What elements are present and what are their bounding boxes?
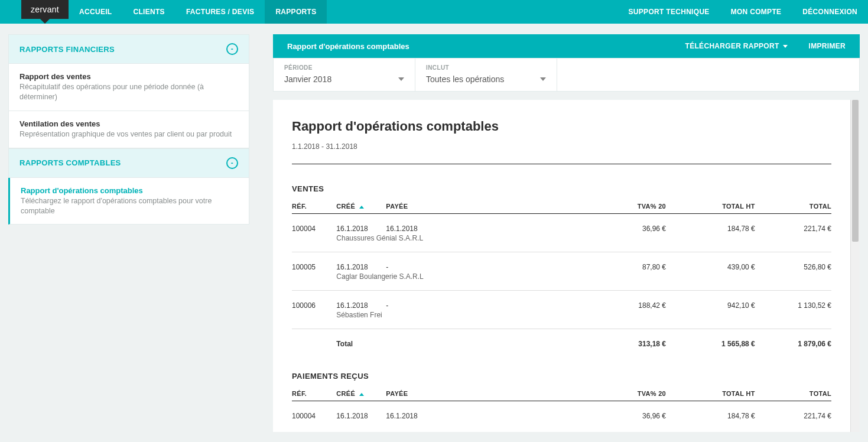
sales-table: RÉF. CRÉÉ PAYÉE TVA% 20 TOTAL HT TOTAL [292,203,831,348]
cell-client: Chaussures Génial S.A.R.L [336,233,831,252]
th-cree[interactable]: CRÉÉ [336,203,386,214]
th-ht[interactable]: TOTAL HT [666,390,755,401]
collapse-icon[interactable]: - [226,43,238,55]
th-cree-label: CRÉÉ [336,390,355,397]
chevron-down-icon [783,45,788,48]
brand-logo[interactable]: zervant [21,0,69,19]
cell-tva: 36,96 € [577,401,666,421]
nav-logout[interactable]: DÉCONNEXION [792,0,868,24]
th-ht[interactable]: TOTAL HT [666,203,755,214]
scroll-thumb[interactable] [852,100,859,242]
scroll-down-icon[interactable] [853,426,857,431]
th-total[interactable]: TOTAL [755,390,831,401]
sidebar-item-desc: Téléchargez le rapport d'opérations comp… [21,196,238,216]
payments-table: RÉF. CRÉÉ PAYÉE TVA% 20 TOTAL HT TOTAL [292,390,831,420]
cell-total: 221,74 € [755,214,831,233]
nav-rapports[interactable]: RAPPORTS [265,0,327,24]
th-ref[interactable]: RÉF. [292,390,336,401]
nav-clients[interactable]: CLIENTS [122,0,175,24]
nav-left: ACCUEIL CLIENTS FACTURES / DEVIS RAPPORT… [69,0,327,24]
sidebar-item-title: Rapport des ventes [19,72,238,81]
cell-ref: 100004 [292,401,336,421]
sort-asc-icon [359,393,364,396]
th-cree-label: CRÉÉ [336,203,355,210]
download-label: TÉLÉCHARGER RAPPORT [685,42,779,50]
cell-total: 1 130,52 € [755,291,831,310]
cell-total: 221,74 € [755,401,831,421]
sidebar-heading-financiers[interactable]: RAPPORTS FINANCIERS - [8,34,249,64]
sidebar-item-ventilation[interactable]: Ventilation des ventes Représentation gr… [8,111,249,148]
cell-client: Sébastien Frei [336,310,831,329]
cell-cree: 16.1.2018 [336,214,386,233]
table-row: 100006 16.1.2018 - 188,42 € 942,10 € 1 1… [292,291,831,310]
sidebar-item-operations[interactable]: Rapport d'opérations comptables Téléchar… [8,178,249,225]
sort-asc-icon [359,206,364,209]
th-tva[interactable]: TVA% 20 [577,203,666,214]
cell-tva: 36,96 € [577,214,666,233]
cell-cree: 16.1.2018 [336,291,386,310]
filters-bar: PÉRIODE Janvier 2018 INCLUT Toutes les o… [273,58,860,92]
cell-total: 526,80 € [755,252,831,272]
chevron-down-icon [398,77,404,81]
table-row-client: Caglar Boulangerie S.A.R.L [292,271,831,291]
divider [292,164,831,164]
filter-period[interactable]: PÉRIODE Janvier 2018 [274,58,415,91]
scrollbar[interactable] [850,100,860,432]
total-label: Total [336,329,577,349]
th-payee[interactable]: PAYÉE [386,390,577,401]
chevron-down-icon [540,77,546,81]
total-ht: 1 565,88 € [666,329,755,349]
report-date-range: 1.1.2018 - 31.1.2018 [292,142,831,151]
collapse-icon[interactable]: - [226,157,238,169]
th-ref[interactable]: RÉF. [292,203,336,214]
print-button[interactable]: IMPRIMER [809,42,846,50]
sidebar-item-title: Ventilation des ventes [19,119,238,128]
total-total: 1 879,06 € [755,329,831,349]
report-title: Rapport d'opérations comptables [292,119,831,134]
section-heading-payments: PAIEMENTS REÇUS [292,372,831,381]
total-tva: 313,18 € [577,329,666,349]
cell-ht: 184,78 € [666,401,755,421]
sidebar-heading-comptables[interactable]: RAPPORTS COMPTABLES - [8,148,249,178]
nav-accueil[interactable]: ACCUEIL [69,0,122,24]
cell-payee: 16.1.2018 [386,214,577,233]
download-report-button[interactable]: TÉLÉCHARGER RAPPORT [685,42,788,50]
sidebar-heading-label: RAPPORTS FINANCIERS [19,45,115,54]
table-row: 100004 16.1.2018 16.1.2018 36,96 € 184,7… [292,401,831,421]
filter-label: PÉRIODE [284,64,404,71]
report-toolbar: Rapport d'opérations comptables TÉLÉCHAR… [273,34,860,58]
th-tva[interactable]: TVA% 20 [577,390,666,401]
sidebar-item-desc: Récapitulatif des opérations pour une pé… [19,82,238,102]
th-total[interactable]: TOTAL [755,203,831,214]
filter-label: INCLUT [426,64,546,71]
cell-tva: 188,42 € [577,291,666,310]
cell-client: Caglar Boulangerie S.A.R.L [336,271,831,291]
main: Rapport d'opérations comptables TÉLÉCHAR… [273,34,860,432]
nav-account[interactable]: MON COMPTE [720,0,792,24]
nav-support[interactable]: SUPPORT TECHNIQUE [618,0,720,24]
cell-payee: - [386,291,577,310]
toolbar-title: Rapport d'opérations comptables [287,42,409,51]
table-row: 100005 16.1.2018 - 87,80 € 439,00 € 526,… [292,252,831,272]
sidebar-item-ventes[interactable]: Rapport des ventes Récapitulatif des opé… [8,64,249,111]
table-row-client: Chaussures Génial S.A.R.L [292,233,831,252]
cell-tva: 87,80 € [577,252,666,272]
th-payee[interactable]: PAYÉE [386,203,577,214]
th-cree[interactable]: CRÉÉ [336,390,386,401]
top-nav: zervant ACCUEIL CLIENTS FACTURES / DEVIS… [0,0,868,24]
cell-payee: 16.1.2018 [386,401,577,421]
table-total-row: Total 313,18 € 1 565,88 € 1 879,06 € [292,329,831,349]
cell-ref: 100006 [292,291,336,310]
nav-right: SUPPORT TECHNIQUE MON COMPTE DÉCONNEXION [618,0,868,24]
cell-cree: 16.1.2018 [336,401,386,421]
sidebar-item-title: Rapport d'opérations comptables [21,186,238,195]
cell-ref: 100005 [292,252,336,272]
report-body: Rapport d'opérations comptables 1.1.2018… [273,100,850,432]
nav-factures[interactable]: FACTURES / DEVIS [175,0,265,24]
cell-cree: 16.1.2018 [336,252,386,272]
sidebar-item-desc: Représentation graphique de vos ventes p… [19,129,238,139]
cell-ht: 184,78 € [666,214,755,233]
table-row: 100004 16.1.2018 16.1.2018 36,96 € 184,7… [292,214,831,233]
filter-include[interactable]: INCLUT Toutes les opérations [415,58,557,91]
filter-value: Janvier 2018 [284,74,331,84]
